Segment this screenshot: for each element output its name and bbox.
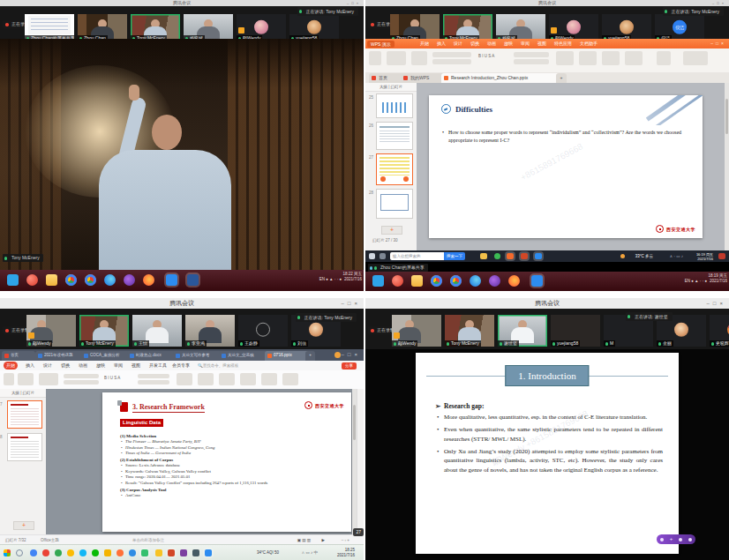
- powerpoint-icon[interactable]: [521, 253, 528, 259]
- doc-tab[interactable]: 大论文_交流稿: [219, 351, 272, 362]
- new-tab-button[interactable]: +: [556, 73, 567, 83]
- wechat-icon[interactable]: [92, 549, 99, 556]
- contacts-icon[interactable]: [26, 274, 38, 286]
- participant-tile[interactable]: 鄢Wendy: [237, 14, 286, 41]
- wps-brand[interactable]: WPS 演示: [367, 41, 395, 48]
- vertical-scrollbar[interactable]: [725, 83, 729, 250]
- bold-italic-buttons[interactable]: B I U S A: [478, 54, 494, 58]
- tray-icons[interactable]: ∧ ▭ ♪ 中: [302, 550, 319, 555]
- shape-button[interactable]: [602, 51, 620, 65]
- wps-icon[interactable]: [507, 253, 514, 259]
- word-icon[interactable]: [187, 274, 199, 286]
- new-slide-button[interactable]: [387, 51, 406, 65]
- ribbon-tab[interactable]: 视图: [129, 362, 143, 370]
- slide-thumbnail-selected[interactable]: 27: [376, 153, 413, 185]
- prev-button[interactable]: [380, 176, 386, 182]
- ribbon-tab[interactable]: 设计: [41, 362, 55, 370]
- participant-tile[interactable]: Tony McEnery: [445, 315, 494, 347]
- participant-tile[interactable]: Zhou Chan: [78, 14, 127, 41]
- chart-button[interactable]: [219, 373, 235, 385]
- doc-tab[interactable]: 2021年读书话题: [35, 351, 88, 362]
- ribbon-tab[interactable]: 会员专享: [169, 362, 192, 370]
- doc-tab[interactable]: COCA_案例分析: [81, 351, 134, 362]
- edge-icon[interactable]: [470, 275, 481, 287]
- app-icon[interactable]: [494, 253, 500, 259]
- layout-button[interactable]: [411, 51, 427, 65]
- main-video-tony[interactable]: Tony McEnery: [0, 39, 364, 270]
- ribbon-tab[interactable]: 放映: [94, 362, 108, 370]
- share-doc-button[interactable]: [683, 51, 708, 65]
- app-icon[interactable]: [180, 549, 187, 556]
- new-tab-button[interactable]: +: [305, 351, 315, 362]
- ribbon-tab[interactable]: 开发工具: [147, 362, 169, 370]
- contacts-icon[interactable]: [392, 275, 403, 287]
- participant-tile[interactable]: 佼洁 佼洁: [655, 14, 704, 41]
- new-slide-button[interactable]: [39, 373, 58, 385]
- chrome-icon[interactable]: [85, 274, 96, 286]
- bold-italic-buttons[interactable]: B I U S A: [104, 376, 120, 380]
- next-button[interactable]: [403, 176, 409, 182]
- tool-dot-icon[interactable]: [688, 538, 692, 541]
- slide-thumbnail[interactable]: 28: [376, 189, 413, 219]
- app-icon[interactable]: [192, 549, 199, 556]
- paste-button[interactable]: [4, 373, 14, 385]
- participant-tile[interactable]: yuejiang58: [289, 14, 339, 41]
- paste-button[interactable]: [369, 51, 381, 65]
- app-icon[interactable]: [55, 549, 62, 556]
- start-button[interactable]: [4, 549, 11, 556]
- tencent-meeting-icon[interactable]: [535, 253, 542, 259]
- app-icon-open[interactable]: [141, 549, 148, 556]
- task-view-icon[interactable]: [380, 253, 386, 259]
- app-icon[interactable]: [489, 275, 500, 287]
- window-titlebar[interactable]: 腾讯会议 –□×: [365, 298, 729, 309]
- replace-button[interactable]: [282, 373, 298, 385]
- edge-icon[interactable]: [104, 274, 116, 286]
- textbox-button[interactable]: [177, 373, 192, 385]
- font-select[interactable]: [432, 52, 471, 57]
- paragraph-group[interactable]: [138, 374, 169, 378]
- slide-thumbnail-selected[interactable]: 7: [7, 400, 42, 429]
- chrome-icon[interactable]: [431, 275, 442, 287]
- format-painter-button[interactable]: [18, 373, 34, 385]
- language-indicator[interactable]: EN: [685, 279, 690, 283]
- table-button[interactable]: [240, 373, 256, 385]
- firefox-icon[interactable]: [116, 549, 124, 556]
- window-controls[interactable]: –□×: [342, 298, 361, 309]
- participant-tile[interactable]: 史晓辉: [710, 315, 729, 347]
- doc-tab-active[interactable]: Research Introduction_Zhou Chan.pptx×: [441, 73, 566, 83]
- start-button[interactable]: [369, 253, 375, 259]
- select-pane-button[interactable]: [657, 51, 671, 65]
- participant-tile-screenshare[interactable]: Zhou Chan的屏幕共享: [25, 14, 74, 41]
- window-controls[interactable]: –□×: [347, 0, 361, 6]
- panel-tabs[interactable]: 大纲 | 幻灯片: [0, 389, 46, 398]
- weather-text[interactable]: 34°C AQI 50: [257, 550, 279, 555]
- add-slide-button[interactable]: +: [13, 521, 34, 530]
- weather-text[interactable]: 33°C 多云: [635, 254, 653, 258]
- participant-tile-active[interactable]: 谢世坚: [498, 315, 547, 347]
- participant-tile[interactable]: 王蔚静: [238, 315, 288, 347]
- firefox-icon[interactable]: [508, 275, 520, 287]
- window-controls[interactable]: –□×: [712, 0, 726, 6]
- tool-dot-icon[interactable]: [660, 538, 664, 541]
- ribbon-tab[interactable]: 动画: [76, 362, 90, 370]
- picture-button[interactable]: [579, 51, 597, 65]
- participant-tile[interactable]: Zhou Chan: [390, 14, 440, 41]
- powerpoint-icon[interactable]: [168, 549, 175, 556]
- find-button[interactable]: [625, 51, 643, 65]
- add-slide-button[interactable]: +: [381, 226, 402, 235]
- textbox-button[interactable]: [556, 51, 574, 65]
- search-button[interactable]: 搜索一下: [444, 252, 465, 260]
- find-button[interactable]: [261, 373, 277, 385]
- app-icon[interactable]: [155, 549, 162, 556]
- wps-menu[interactable]: 开始插入设计切换动画放映审阅视图特色应用文档助手: [420, 39, 597, 49]
- ribbon-tab-home[interactable]: 开始: [4, 362, 18, 370]
- language-indicator[interactable]: EN: [319, 277, 325, 281]
- file-explorer-icon[interactable]: [411, 275, 423, 287]
- participant-tile[interactable]: 杨晓斌: [184, 14, 233, 41]
- edge-icon[interactable]: [129, 549, 136, 556]
- align-group[interactable]: [138, 380, 169, 385]
- app-icon[interactable]: [42, 549, 49, 556]
- window-titlebar[interactable]: 腾讯会议 –□×: [0, 0, 364, 6]
- wps-titlebar[interactable]: WPS 演示 开始插入设计切换动画放映审阅视图特色应用文档助手 –□×: [365, 39, 729, 49]
- panel-tabs[interactable]: 大纲 | 幻灯片: [365, 83, 417, 92]
